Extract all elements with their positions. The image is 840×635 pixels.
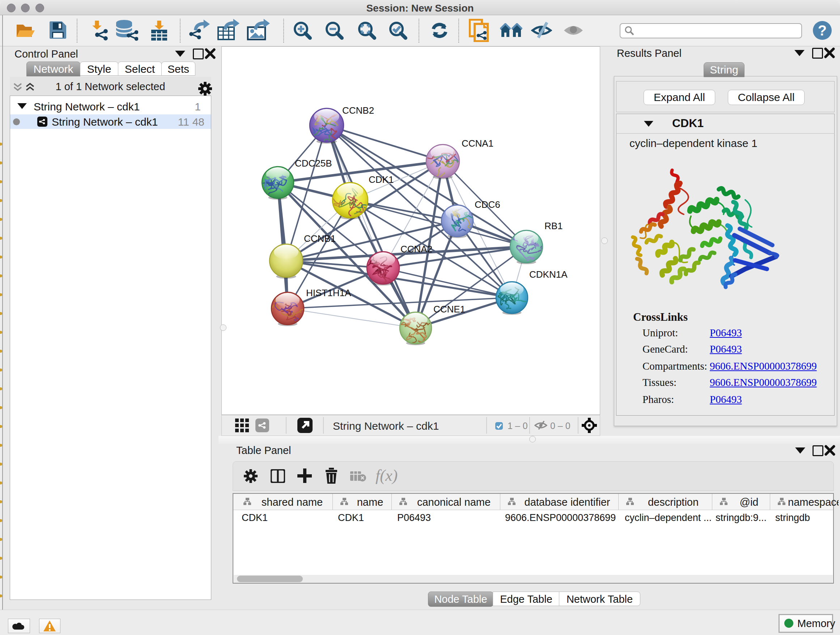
svg-text:RB1: RB1 [545, 220, 563, 231]
svg-text:CDC25B: CDC25B [295, 158, 332, 169]
svg-text:HIST1H1A: HIST1H1A [306, 287, 351, 298]
svg-text:CDKN1A: CDKN1A [529, 269, 568, 280]
svg-text:CDC6: CDC6 [475, 199, 500, 210]
svg-text:CCNA2: CCNA2 [401, 244, 432, 255]
svg-text:CCNB2: CCNB2 [342, 105, 374, 116]
svg-text:CDK1: CDK1 [369, 174, 393, 185]
svg-text:CCNE1: CCNE1 [433, 304, 465, 315]
svg-text:CCNA1: CCNA1 [462, 138, 493, 149]
svg-text:CCNB1: CCNB1 [304, 233, 336, 244]
